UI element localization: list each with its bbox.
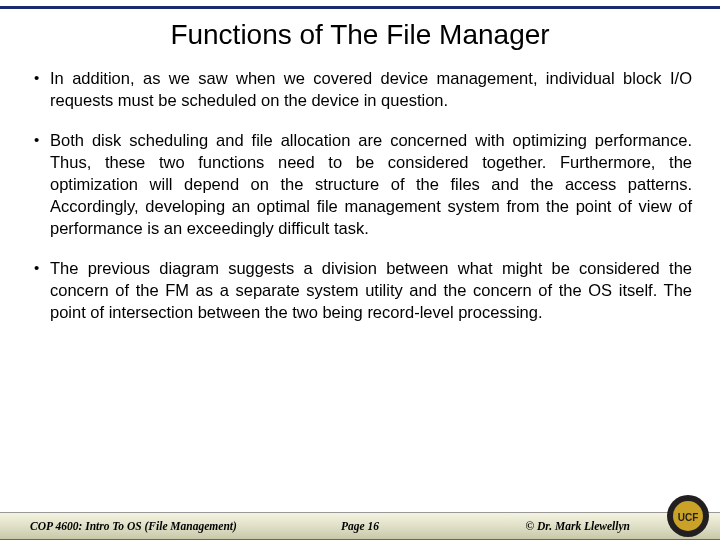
footer-author: © Dr. Mark Llewellyn xyxy=(526,520,630,532)
bullet-dot-icon: • xyxy=(34,129,50,239)
bullet-item: • In addition, as we saw when we covered… xyxy=(34,67,692,111)
bullet-text: Both disk scheduling and file allocation… xyxy=(50,129,692,239)
slide-footer: COP 4600: Intro To OS (File Management) … xyxy=(0,500,720,540)
footer-bar: COP 4600: Intro To OS (File Management) … xyxy=(0,512,720,540)
ucf-logo-icon: UCF xyxy=(666,494,710,538)
svg-text:UCF: UCF xyxy=(678,512,699,523)
footer-course: COP 4600: Intro To OS (File Management) xyxy=(30,520,237,532)
bullet-dot-icon: • xyxy=(34,67,50,111)
bullet-item: • The previous diagram suggests a divisi… xyxy=(34,257,692,323)
bullet-dot-icon: • xyxy=(34,257,50,323)
slide-body: • In addition, as we saw when we covered… xyxy=(0,67,720,323)
slide-title: Functions of The File Manager xyxy=(0,19,720,51)
top-rule xyxy=(0,6,720,9)
bullet-text: In addition, as we saw when we covered d… xyxy=(50,67,692,111)
bullet-item: • Both disk scheduling and file allocati… xyxy=(34,129,692,239)
bullet-text: The previous diagram suggests a division… xyxy=(50,257,692,323)
